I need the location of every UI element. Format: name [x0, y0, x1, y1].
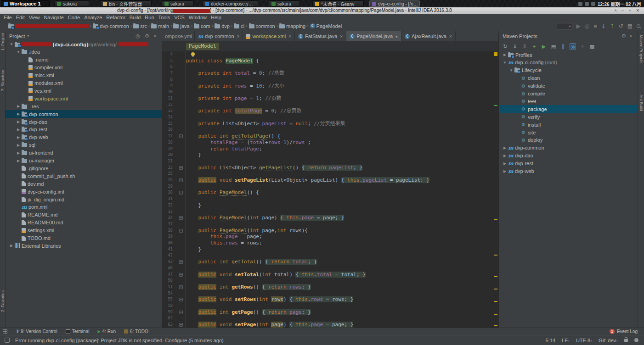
tab-close-icon[interactable]: × [340, 34, 343, 39]
breadcrumb-item[interactable]: java [173, 23, 189, 29]
hide-icon[interactable]: ⇤ [630, 33, 634, 39]
project-tree-row[interactable]: ▶dvp-dao [6, 118, 162, 126]
editor-tab[interactable]: mdvp-common× [195, 31, 243, 41]
local-history-icon[interactable]: ▤ [627, 23, 633, 29]
hide-icon[interactable]: ⇤ [154, 33, 158, 39]
tool-window-button-4-run[interactable]: ▶4: Run [97, 329, 116, 334]
fold-expand-icon[interactable]: + [179, 285, 183, 289]
maven-tree-row[interactable]: ⚙test [499, 97, 638, 105]
error-stripe[interactable] [493, 51, 498, 328]
taskbar-window-button[interactable]: docker-compose.y… [202, 0, 258, 7]
event-log[interactable]: 1Event Log [610, 329, 644, 334]
maven-tree-row[interactable]: ⚙install [499, 121, 638, 128]
breadcrumb-item[interactable]: ci [234, 23, 244, 29]
tool-window-button-9-version-control[interactable]: Y9: Version Control [16, 329, 57, 334]
breadcrumb-item[interactable]: main [151, 23, 169, 29]
menu-run[interactable]: Run [145, 15, 154, 20]
vcs-branch-indicator[interactable]: Git: dev↕ [599, 338, 618, 343]
editor-tab[interactable]: CPageModel.java▾ [346, 31, 401, 41]
run-build-icon[interactable]: ▶ [541, 44, 547, 50]
tool-windows-grid-icon[interactable] [3, 329, 7, 334]
settings-icon[interactable]: ⚙ [621, 33, 626, 39]
maven-tree-row[interactable]: ⚙package [499, 105, 638, 113]
project-tree-row[interactable]: ▶External Libraries [6, 242, 162, 250]
project-tree-row[interactable]: ▶ui-frontend [6, 149, 162, 157]
maven-tool-window-header[interactable]: Maven Projects⚙⇤ [499, 31, 638, 41]
build-settings-icon[interactable]: ▤ [550, 44, 557, 50]
project-tree-row[interactable]: compiler.xml [6, 64, 162, 72]
menu-file[interactable]: File [4, 15, 12, 20]
project-tree-row[interactable]: ▶_res [6, 102, 162, 110]
breadcrumb-item[interactable]: dvp [215, 23, 230, 29]
project-tree-row[interactable]: .gitignore [6, 164, 162, 172]
project-tree-row[interactable]: ▶dvp-web [6, 134, 162, 141]
lock-icon[interactable] [624, 339, 628, 342]
editor-tab[interactable]: CFatStatus.java× [295, 31, 346, 41]
project-tree-row[interactable]: README00.md [6, 219, 162, 227]
profiles-icon[interactable]: ▩ [589, 44, 595, 50]
tool-button-structure[interactable]: 7: Structure [0, 70, 5, 91]
folded-region[interactable]: { return pageList; } [302, 165, 362, 171]
search-icon[interactable] [637, 24, 640, 28]
maven-tree-row[interactable]: ⚙site [499, 128, 638, 136]
folded-region[interactable]: { this.page = page; } [289, 322, 353, 328]
taskbar-window-button[interactable]: bin - 文件管理器 [100, 0, 152, 7]
project-tree-row[interactable]: ▼ [dvp-ci-config] /opt/working/ [6, 40, 162, 48]
editor-tab[interactable]: ompose.yml× [162, 31, 195, 41]
window-controls[interactable]: ˄ ‒ + ✕ [614, 7, 641, 14]
maven-tree-row[interactable]: ⚙validate [499, 82, 638, 90]
tab-dropdown-icon[interactable]: ▾ [395, 34, 398, 39]
menu-build[interactable]: Build [130, 15, 141, 20]
tool-button-project[interactable]: 1: Project [0, 33, 5, 50]
run-icon[interactable]: ▶ [576, 23, 581, 29]
project-tree-row[interactable]: misc.xml [6, 72, 162, 79]
menu-navigate[interactable]: Navigate [44, 15, 63, 20]
taskbar-window-button[interactable]: *未命名 - Geany [312, 0, 364, 7]
taskbar-window-button[interactable]: sakura [54, 0, 89, 7]
project-tree-row[interactable]: mpom.xml [6, 203, 162, 211]
maven-tree-row[interactable]: ⚙verify [499, 113, 638, 121]
maven-tree-row[interactable]: ▶mdvp-dao [499, 152, 638, 160]
hector-icon[interactable] [634, 338, 638, 342]
vcs-update-icon[interactable]: ⇣ [601, 23, 605, 29]
breadcrumb-item[interactable]: common [249, 23, 275, 29]
project-tree-row[interactable]: README.md [6, 211, 162, 219]
status-message[interactable]: Error running dvp-ci-config [package]: P… [15, 338, 224, 343]
menu-tools[interactable]: Tools [158, 15, 170, 20]
maven-tree-row[interactable]: ⚙clean [499, 74, 638, 82]
project-tree-row[interactable]: settings.xml [6, 227, 162, 234]
fold-expand-icon[interactable]: + [179, 216, 183, 220]
breadcrumb-chip[interactable]: PageModel [186, 43, 219, 50]
project-tree-row[interactable]: ▶ui-manager [6, 157, 162, 165]
menu-analyze[interactable]: Analyze [84, 15, 102, 20]
breadcrumb-item[interactable]: mapping [279, 23, 305, 29]
folded-region[interactable]: { this.page = page; } [280, 215, 344, 221]
project-tree-row[interactable]: ▶dvp-rest [6, 126, 162, 134]
encoding-indicator[interactable]: UTF-8↕ [576, 338, 592, 343]
fold-collapse-icon[interactable]: - [179, 134, 183, 138]
project-tool-window-header[interactable]: Project▾◎⚙⇤ [6, 31, 162, 41]
maven-tree-row[interactable]: ▶mdvp-common [499, 144, 638, 152]
project-tree-row[interactable]: dvp-ci-config.iml [6, 188, 162, 195]
vcs-commit-icon[interactable]: ⇡ [610, 23, 615, 29]
tool-button-ant-build[interactable]: Ant Build [639, 95, 644, 111]
menu-refactor[interactable]: Refactor [106, 15, 125, 20]
folded-region[interactable]: { return page; } [262, 309, 311, 315]
folded-region[interactable]: { return total; } [265, 259, 317, 265]
run-configurations-combo[interactable]: ▾ [557, 23, 572, 29]
project-tree-row[interactable]: ▶dvp-common [6, 110, 162, 118]
project-tree-row[interactable]: ▼.idea [6, 48, 162, 56]
taskbar-window-button[interactable]: dvp-ci-config - [/o… [369, 0, 420, 7]
fold-collapse-icon[interactable]: - [179, 229, 183, 233]
project-tree-row[interactable]: ▶sql [6, 141, 162, 149]
editor-tab[interactable]: CAjaxResult.java× [401, 31, 456, 41]
breadcrumb-item[interactable] [8, 24, 89, 28]
rollback-icon[interactable]: ↺ [619, 23, 623, 29]
download-sources-icon[interactable]: ⇩ [521, 44, 528, 50]
taskbar-window-button[interactable]: sakura [162, 0, 194, 7]
generate-sources-icon[interactable]: ⇓ [512, 44, 518, 50]
show-dependencies-icon[interactable]: ◎ [570, 43, 576, 50]
project-tree-row[interactable]: TODO.md [6, 234, 162, 242]
tab-close-icon[interactable]: × [449, 34, 452, 39]
folded-region[interactable]: { this.pageList = pageList; } [341, 177, 429, 183]
